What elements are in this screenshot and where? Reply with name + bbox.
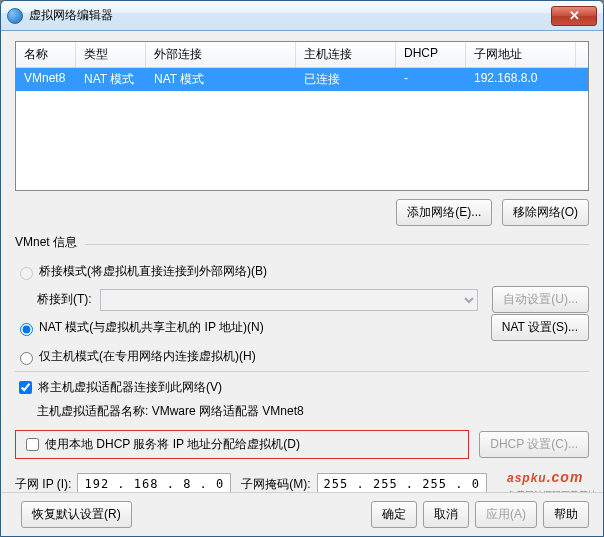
cell-host: 已连接 <box>296 68 396 91</box>
cell-name: VMnet8 <box>16 68 76 91</box>
dialog-window: 虚拟网络编辑器 ✕ 名称 类型 外部连接 主机连接 DHCP 子网地址 VMne… <box>0 0 604 537</box>
host-adapter-name: 主机虚拟适配器名称: VMware 网络适配器 VMnet8 <box>37 403 589 420</box>
group-header: VMnet 信息 <box>15 232 589 257</box>
hostonly-mode-radio[interactable]: 仅主机模式(在专用网络内连接虚拟机)(H) <box>15 348 589 365</box>
bridge-radio-label: 桥接模式(将虚拟机直接连接到外部网络)(B) <box>39 263 267 280</box>
nat-mode-radio[interactable]: NAT 模式(与虚拟机共享主机的 IP 地址)(N) <box>15 319 485 336</box>
connect-host-label: 将主机虚拟适配器连接到此网络(V) <box>38 379 222 396</box>
table-header: 名称 类型 外部连接 主机连接 DHCP 子网地址 <box>16 42 588 68</box>
hostonly-radio-input[interactable] <box>20 352 33 365</box>
add-network-button[interactable]: 添加网络(E)... <box>396 199 492 226</box>
apply-button: 应用(A) <box>475 501 537 528</box>
col-host[interactable]: 主机连接 <box>296 42 396 67</box>
connect-host-checkbox[interactable] <box>19 381 32 394</box>
group-title: VMnet 信息 <box>15 234 77 251</box>
nat-settings-button[interactable]: NAT 设置(S)... <box>491 314 589 341</box>
close-button[interactable]: ✕ <box>551 6 597 26</box>
bridge-to-label: 桥接到(T): <box>37 291 92 308</box>
col-type[interactable]: 类型 <box>76 42 146 67</box>
bridge-to-row: 桥接到(T): 自动设置(U)... <box>37 286 589 313</box>
subnet-ip-label: 子网 IP (I): <box>15 476 71 493</box>
use-dhcp-label: 使用本地 DHCP 服务将 IP 地址分配给虚拟机(D) <box>45 436 300 453</box>
cell-ext: NAT 模式 <box>146 68 296 91</box>
nat-radio-input[interactable] <box>20 323 33 336</box>
nat-row: NAT 模式(与虚拟机共享主机的 IP 地址)(N) NAT 设置(S)... <box>15 313 589 342</box>
connect-host-check[interactable]: 将主机虚拟适配器连接到此网络(V) <box>15 378 589 397</box>
dhcp-row: 使用本地 DHCP 服务将 IP 地址分配给虚拟机(D) DHCP 设置(C).… <box>15 424 589 465</box>
separator <box>15 371 589 372</box>
subnet-mask-label: 子网掩码(M): <box>241 476 310 493</box>
title-bar[interactable]: 虚拟网络编辑器 ✕ <box>1 1 603 31</box>
cancel-button[interactable]: 取消 <box>423 501 469 528</box>
cell-type: NAT 模式 <box>76 68 146 91</box>
hostonly-radio-label: 仅主机模式(在专用网络内连接虚拟机)(H) <box>39 348 256 365</box>
remove-network-button[interactable]: 移除网络(O) <box>502 199 589 226</box>
col-dhcp[interactable]: DHCP <box>396 42 466 67</box>
dhcp-settings-button: DHCP 设置(C)... <box>479 431 589 458</box>
app-icon <box>7 8 23 24</box>
table-row[interactable]: VMnet8 NAT 模式 NAT 模式 已连接 - 192.168.8.0 <box>16 68 588 91</box>
use-dhcp-checkbox[interactable] <box>26 438 39 451</box>
ok-button[interactable]: 确定 <box>371 501 417 528</box>
auto-settings-button: 自动设置(U)... <box>492 286 589 313</box>
dhcp-highlight-box: 使用本地 DHCP 服务将 IP 地址分配给虚拟机(D) <box>15 430 469 459</box>
window-title: 虚拟网络编辑器 <box>29 7 551 24</box>
cell-subnet: 192.168.8.0 <box>466 68 576 91</box>
nat-radio-label: NAT 模式(与虚拟机共享主机的 IP 地址)(N) <box>39 319 264 336</box>
table-button-row: 添加网络(E)... 移除网络(O) <box>15 199 589 226</box>
restore-defaults-button[interactable]: 恢复默认设置(R) <box>21 501 132 528</box>
client-area: 名称 类型 外部连接 主机连接 DHCP 子网地址 VMnet8 NAT 模式 … <box>1 31 603 536</box>
col-subnet[interactable]: 子网地址 <box>466 42 576 67</box>
dialog-footer: 恢复默认设置(R) 确定 取消 应用(A) 帮助 <box>1 492 603 536</box>
col-name[interactable]: 名称 <box>16 42 76 67</box>
bridge-to-select[interactable] <box>100 289 479 311</box>
cell-dhcp: - <box>396 68 466 91</box>
bridge-mode-radio[interactable]: 桥接模式(将虚拟机直接连接到外部网络)(B) <box>15 263 589 280</box>
network-table[interactable]: 名称 类型 外部连接 主机连接 DHCP 子网地址 VMnet8 NAT 模式 … <box>15 41 589 191</box>
help-button[interactable]: 帮助 <box>543 501 589 528</box>
col-ext[interactable]: 外部连接 <box>146 42 296 67</box>
bridge-radio-input[interactable] <box>20 267 33 280</box>
